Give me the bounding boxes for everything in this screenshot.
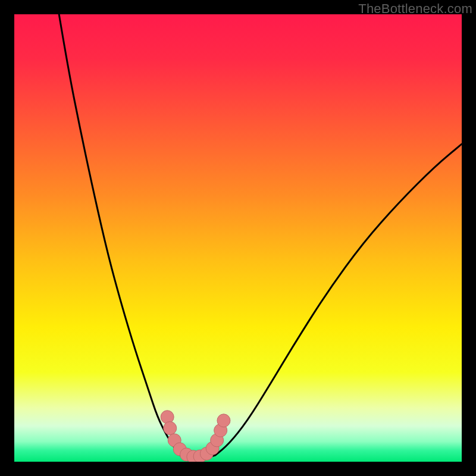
plot-area [14, 14, 462, 462]
marker-dot [217, 414, 230, 427]
bottleneck-chart [14, 14, 462, 462]
watermark-text: TheBottleneck.com [358, 1, 472, 17]
marker-dot [161, 411, 174, 424]
outer-frame: TheBottleneck.com [0, 0, 476, 476]
gradient-background [14, 14, 462, 462]
marker-dot [164, 422, 177, 435]
